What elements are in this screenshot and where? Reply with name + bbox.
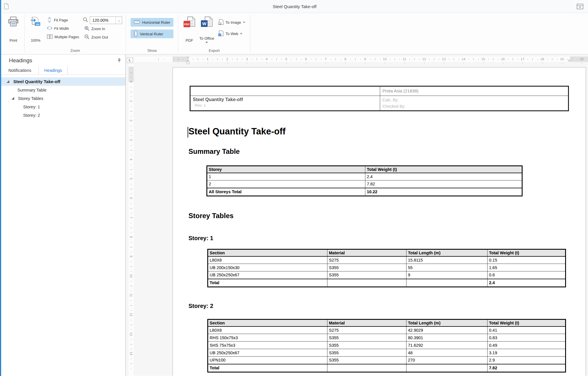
ruler-number: 16 <box>501 56 505 62</box>
table-cell <box>406 364 488 372</box>
ruler-corner-box[interactable]: L <box>127 58 133 63</box>
horizontal-ruler[interactable]: 1234567891011121314151617181920 <box>134 56 588 62</box>
table-cell: UB 200x150x30 <box>208 264 327 271</box>
ruler-tick <box>547 59 548 60</box>
expand-triangle-icon[interactable] <box>12 97 14 100</box>
storey-tables-heading: Storey Tables <box>188 212 234 220</box>
ruler-tick <box>493 58 493 60</box>
ruler-subtick <box>345 62 346 64</box>
title-bar: Steel Quantity Take-off <box>1 0 588 13</box>
ruler-tick <box>131 155 131 155</box>
zoom-in-button[interactable]: Zoom In <box>83 25 122 32</box>
ruler-subtick <box>286 62 287 64</box>
ruler-tick <box>130 92 132 92</box>
tab-notifications[interactable]: Notifications <box>1 66 39 74</box>
ruler-tick <box>468 59 469 60</box>
ruler-tick <box>217 58 218 60</box>
ruler-tick <box>459 59 459 60</box>
tree-item-storey-2[interactable]: Storey: 2 <box>1 111 125 119</box>
table-row: L80X8S27542.90290.41 <box>208 326 566 334</box>
ruler-tick <box>131 223 131 223</box>
tree-item-summary-table[interactable]: Summary Table <box>1 86 125 94</box>
ribbon-collapse-icon[interactable] <box>577 4 583 10</box>
ruler-tick <box>321 59 321 60</box>
show-group: Horizontal Ruler Vertical Ruler Show <box>127 13 177 54</box>
table-header-row: SectionMaterialTotal Length (m)Total Wei… <box>208 249 566 256</box>
table-cell: 48 <box>406 349 488 357</box>
ruler-tick <box>131 106 131 107</box>
ruler-tick <box>131 116 131 116</box>
export-group-label: Export <box>181 48 248 54</box>
ruler-tick <box>131 349 131 349</box>
expand-triangle-icon[interactable] <box>7 80 9 83</box>
storey-1-heading: Storey: 1 <box>188 235 213 242</box>
table-row: All Storeys Total10.22 <box>207 188 522 196</box>
table-cell: Total <box>208 279 327 287</box>
ruler-tick <box>257 58 257 60</box>
table-cell: 10.22 <box>365 188 522 196</box>
vertical-ruler[interactable]: 01234567891011121314 <box>129 64 134 376</box>
combobox-dropdown-button[interactable]: ⌄ <box>116 17 122 24</box>
checked-by-label: Checked By: <box>382 103 566 110</box>
indent-marker[interactable] <box>186 56 190 64</box>
table-cell: 1 <box>207 173 365 180</box>
fit-width-button[interactable]: Fit Width <box>45 25 80 32</box>
document-viewport[interactable]: L 1234567891011121314151617181920 012345… <box>126 54 588 376</box>
ruler-tick <box>131 320 131 320</box>
ruler-tick <box>252 59 252 60</box>
ruler-tick <box>130 208 132 209</box>
table-cell: 2 <box>207 180 365 188</box>
ribbon-divider <box>24 15 25 52</box>
export-to-image-button[interactable]: To Image <box>217 19 246 26</box>
print-button[interactable]: Print <box>5 14 22 43</box>
ruler-tick <box>296 58 296 60</box>
ruler-tick <box>131 135 131 136</box>
table-cell: 55 <box>406 264 488 271</box>
table-row: UB 250x250x67S355483.19 <box>208 349 566 357</box>
ruler-tick <box>131 368 131 369</box>
tree-item-storey-tables[interactable]: Storey Tables <box>1 94 125 103</box>
ruler-tick <box>449 59 449 60</box>
pin-icon[interactable] <box>117 58 121 64</box>
fit-page-button[interactable]: Fit Page <box>45 17 80 24</box>
tree-item-label: Storey Tables <box>1 96 43 101</box>
column-header: Total Length (m) <box>406 249 488 256</box>
export-to-web-button[interactable]: <> To Web <box>217 30 246 37</box>
tree-item-storey-1[interactable]: Storey: 1 <box>1 103 125 111</box>
ruler-number: 15 <box>481 56 485 62</box>
export-pdf-button[interactable]: PDF PDF <box>181 14 198 43</box>
ruler-tick <box>213 59 213 60</box>
zoom-100-button[interactable]: 100 100% <box>27 14 44 43</box>
headings-panel: Headings Notifications Headings Steel Qu… <box>1 54 126 376</box>
tree-item-steel-quantity-take-off[interactable]: Steel Quantity Take-off <box>1 77 125 86</box>
ruler-tick <box>130 305 132 306</box>
ruler-number: 19 <box>560 56 564 62</box>
table-row: 12.4 <box>207 173 522 180</box>
ruler-tick <box>291 59 292 60</box>
table-row: RHS 150x75x3S35580.39010.83 <box>208 334 566 342</box>
ruler-subtick <box>424 62 424 64</box>
vertical-ruler-toggle[interactable]: Vertical Ruler <box>131 30 173 38</box>
zoom-level-combobox[interactable]: 120.00% ⌄ <box>90 17 122 24</box>
ruler-number: 20 <box>580 56 584 62</box>
zoom-in-label: Zoom In <box>91 27 105 31</box>
zoom-out-button[interactable]: Zoom Out <box>83 34 122 41</box>
tab-headings[interactable]: Headings <box>39 66 68 74</box>
multiple-pages-button[interactable]: Multiple Pages <box>45 33 80 41</box>
ruler-tick <box>131 300 131 301</box>
horizontal-ruler-toggle[interactable]: Horizontal Ruler <box>131 18 173 27</box>
tree-item-label: Summary Table <box>1 88 46 92</box>
pdf-label: PDF <box>186 38 193 43</box>
table-cell: 9 <box>406 271 488 279</box>
export-to-office-button[interactable]: W To Office <box>198 14 215 43</box>
zoom-level-value: 120.00% <box>90 18 116 23</box>
ruler-tick <box>567 59 567 60</box>
table-cell: 2.4 <box>488 279 566 287</box>
right-indent-marker[interactable] <box>567 59 571 61</box>
ruler-number: 13 <box>129 331 133 337</box>
print-group: Print <box>3 13 24 54</box>
ruler-subtick <box>542 62 543 64</box>
ruler-tick <box>518 59 518 60</box>
table-cell: 270 <box>406 357 488 364</box>
table-cell: 0.41 <box>488 326 566 334</box>
